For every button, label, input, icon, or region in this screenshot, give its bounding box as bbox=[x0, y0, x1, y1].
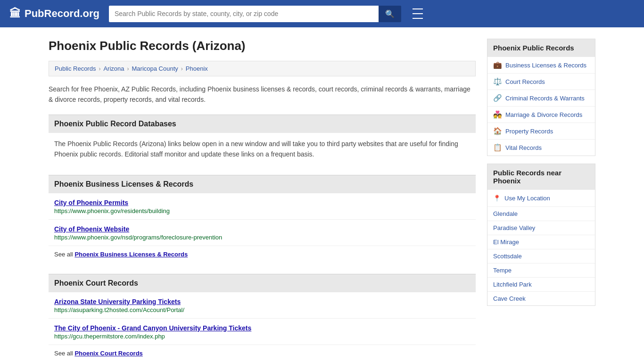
see-all-business: See all Phoenix Business Licenses & Reco… bbox=[49, 246, 476, 264]
sidebar-marriage-label: Marriage & Divorce Records bbox=[505, 111, 582, 118]
gcu-parking-url: https://gcu.thepermitstore.com/index.php bbox=[54, 333, 470, 340]
location-pin-icon: 📍 bbox=[493, 195, 501, 202]
city-phoenix-permits-url: https://www.phoenix.gov/residents/buildi… bbox=[54, 207, 470, 214]
sidebar-phoenix-title: Phoenix Public Records bbox=[487, 39, 595, 57]
page-description: Search for free Phoenix, AZ Public Recor… bbox=[49, 84, 476, 105]
sidebar-item-business[interactable]: 💼 Business Licenses & Records bbox=[487, 57, 595, 73]
record-entry: Arizona State University Parking Tickets… bbox=[49, 292, 476, 319]
breadcrumb-arizona[interactable]: Arizona bbox=[103, 65, 124, 72]
see-all-text: See all bbox=[54, 251, 74, 258]
content-wrapper: Phoenix Public Records (Arizona) Public … bbox=[39, 27, 605, 362]
asu-parking-link[interactable]: Arizona State University Parking Tickets bbox=[54, 298, 470, 305]
sidebar-court-label: Court Records bbox=[505, 78, 545, 85]
rings-icon: 💑 bbox=[493, 110, 502, 119]
breadcrumb-public-records[interactable]: Public Records bbox=[55, 65, 96, 72]
see-all-business-link[interactable]: Phoenix Business Licenses & Records bbox=[74, 251, 188, 258]
see-all-text-court: See all bbox=[54, 350, 74, 357]
breadcrumb: Public Records › Arizona › Maricopa Coun… bbox=[49, 61, 476, 76]
record-entry: City of Phoenix Website https://www.phoe… bbox=[49, 220, 476, 246]
logo[interactable]: 🏛 PubRecord.org bbox=[9, 7, 99, 20]
databases-section: Phoenix Public Record Databases The Phoe… bbox=[49, 115, 476, 165]
use-location[interactable]: 📍 Use My Location bbox=[487, 189, 595, 206]
use-location-label: Use My Location bbox=[504, 195, 550, 202]
sidebar-criminal-label: Criminal Records & Warrants bbox=[505, 95, 585, 102]
menu-button[interactable] bbox=[411, 5, 425, 23]
databases-heading: Phoenix Public Record Databases bbox=[49, 115, 476, 133]
record-entry: City of Phoenix Permits https://www.phoe… bbox=[49, 193, 476, 220]
sidebar-business-label: Business Licenses & Records bbox=[505, 62, 586, 69]
sidebar-item-vital[interactable]: 📋 Vital Records bbox=[487, 139, 595, 156]
record-entry: The City of Phoenix - Grand Canyon Unive… bbox=[49, 319, 476, 345]
nearby-glendale[interactable]: Glendale bbox=[487, 206, 595, 221]
main-content: Phoenix Public Records (Arizona) Public … bbox=[49, 39, 476, 362]
see-all-court: See all Phoenix Court Records bbox=[49, 345, 476, 362]
city-phoenix-website-url: https://www.phoenix.gov/nsd/programs/for… bbox=[54, 234, 470, 241]
header: 🏛 PubRecord.org 🔍 bbox=[0, 0, 644, 27]
court-section: Phoenix Court Records Arizona State Univ… bbox=[49, 274, 476, 362]
nearby-paradise-valley[interactable]: Paradise Valley bbox=[487, 221, 595, 235]
sidebar-item-criminal[interactable]: 🔗 Criminal Records & Warrants bbox=[487, 90, 595, 106]
databases-description: The Phoenix Public Records (Arizona) lin… bbox=[49, 133, 476, 165]
sidebar-item-property[interactable]: 🏠 Property Records bbox=[487, 123, 595, 139]
logo-icon: 🏛 bbox=[9, 7, 21, 20]
nearby-scottsdale[interactable]: Scottsdale bbox=[487, 249, 595, 263]
nearby-el-mirage[interactable]: El Mirage bbox=[487, 235, 595, 249]
asu-parking-url: https://asuparking.t2hosted.com/Account/… bbox=[54, 306, 470, 313]
search-button[interactable]: 🔍 bbox=[379, 6, 401, 22]
city-phoenix-website-link[interactable]: City of Phoenix Website bbox=[54, 225, 470, 233]
business-heading: Phoenix Business Licenses & Records bbox=[49, 175, 476, 193]
court-heading: Phoenix Court Records bbox=[49, 274, 476, 292]
sidebar-item-court[interactable]: ⚖️ Court Records bbox=[487, 73, 595, 90]
briefcase-icon: 💼 bbox=[493, 61, 502, 69]
nearby-title: Public Records near Phoenix bbox=[487, 164, 595, 189]
nearby-litchfield-park[interactable]: Litchfield Park bbox=[487, 277, 595, 291]
link-icon: 🔗 bbox=[493, 94, 502, 102]
search-input[interactable] bbox=[109, 6, 379, 22]
sidebar-phoenix-records: Phoenix Public Records 💼 Business Licens… bbox=[487, 39, 595, 156]
page-title: Phoenix Public Records (Arizona) bbox=[49, 39, 476, 53]
clipboard-icon: 📋 bbox=[493, 143, 502, 152]
business-section: Phoenix Business Licenses & Records City… bbox=[49, 175, 476, 264]
sidebar-vital-label: Vital Records bbox=[505, 144, 542, 151]
gcu-parking-link[interactable]: The City of Phoenix - Grand Canyon Unive… bbox=[54, 324, 470, 332]
sidebar-property-label: Property Records bbox=[505, 128, 553, 135]
breadcrumb-phoenix[interactable]: Phoenix bbox=[186, 65, 208, 72]
logo-text: PubRecord.org bbox=[25, 8, 99, 20]
search-area: 🔍 bbox=[109, 6, 401, 22]
sidebar-nearby: Public Records near Phoenix 📍 Use My Loc… bbox=[487, 164, 595, 306]
city-phoenix-permits-link[interactable]: City of Phoenix Permits bbox=[54, 199, 470, 206]
nearby-cave-creek[interactable]: Cave Creek bbox=[487, 291, 595, 305]
see-all-court-link[interactable]: Phoenix Court Records bbox=[74, 350, 142, 357]
breadcrumb-maricopa[interactable]: Maricopa County bbox=[132, 65, 178, 72]
scales-icon: ⚖️ bbox=[493, 77, 502, 86]
sidebar: Phoenix Public Records 💼 Business Licens… bbox=[487, 39, 595, 362]
sidebar-item-marriage[interactable]: 💑 Marriage & Divorce Records bbox=[487, 106, 595, 123]
nearby-tempe[interactable]: Tempe bbox=[487, 263, 595, 277]
house-icon: 🏠 bbox=[493, 127, 502, 135]
